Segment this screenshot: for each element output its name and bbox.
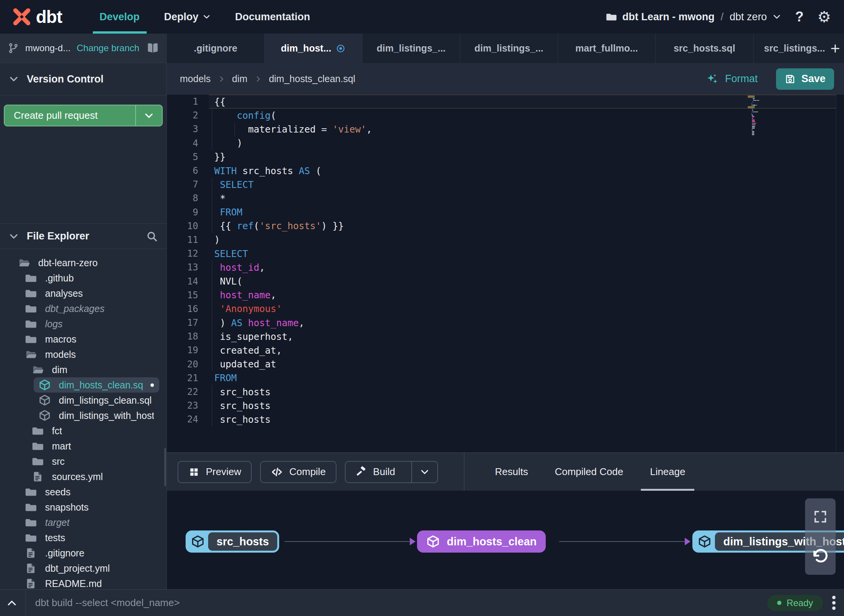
code-line[interactable]: host_id, bbox=[209, 260, 836, 274]
tree-folder-dbt_packages[interactable]: dbt_packages bbox=[0, 301, 167, 316]
format-button[interactable]: Format bbox=[702, 73, 762, 86]
compile-button[interactable]: Compile bbox=[260, 461, 336, 483]
nav-documentation[interactable]: Documentation bbox=[223, 0, 323, 34]
tree-folder-logs[interactable]: logs bbox=[0, 316, 167, 331]
code-line[interactable]: ) AS host_name, bbox=[209, 316, 836, 330]
line-number: 18 bbox=[167, 330, 209, 343]
tree-folder-seeds[interactable]: seeds bbox=[0, 484, 167, 500]
code-line[interactable]: host_name, bbox=[209, 288, 836, 302]
result-panel-toolbar: Preview Compile Build Results Compiled C… bbox=[167, 453, 844, 491]
refresh-icon[interactable] bbox=[811, 547, 829, 566]
tree-folder-target[interactable]: target bbox=[0, 515, 167, 530]
project-selector[interactable]: dbt Learn - mwong / dbt zero bbox=[606, 11, 782, 23]
lineage-arrowhead bbox=[410, 538, 416, 545]
create-pull-request-button[interactable]: Create pull request bbox=[4, 105, 163, 126]
breadcrumb-item[interactable]: models bbox=[180, 73, 211, 84]
gear-icon[interactable]: ⚙ bbox=[817, 9, 831, 24]
code-line[interactable]: materialized = 'view', bbox=[209, 122, 836, 136]
lineage-node-dim-hosts-clean[interactable]: dim_hosts_clean bbox=[417, 530, 546, 553]
tree-file-sources.yml[interactable]: sources.yml bbox=[0, 469, 167, 484]
new-tab-button[interactable] bbox=[826, 34, 844, 63]
code-line[interactable]: 'Anonymous' bbox=[209, 302, 836, 316]
tab-compiled-code[interactable]: Compiled Code bbox=[544, 453, 634, 491]
chevron-up-icon[interactable] bbox=[6, 597, 18, 609]
search-icon[interactable] bbox=[146, 230, 158, 243]
dbt-logo[interactable]: dbt bbox=[0, 6, 72, 27]
version-control-header[interactable]: Version Control bbox=[0, 63, 167, 95]
code-line[interactable]: {{ ref('src_hosts') }} bbox=[209, 219, 836, 233]
tree-folder-tests[interactable]: tests bbox=[0, 530, 167, 545]
tab-results[interactable]: Results bbox=[484, 453, 539, 491]
code-line[interactable]: src_hosts bbox=[209, 385, 836, 399]
build-button[interactable]: Build bbox=[345, 461, 438, 483]
tree-file-dim_hosts_clean.sql[interactable]: dim_hosts_clean.sql bbox=[0, 377, 167, 393]
tree-file-README.md[interactable]: README.md bbox=[0, 576, 167, 589]
code-line[interactable]: FROM bbox=[209, 371, 836, 385]
lineage-node-src-hosts[interactable]: src_hosts bbox=[186, 530, 279, 553]
build-dropdown-button[interactable] bbox=[411, 462, 437, 482]
tree-item-label: logs bbox=[45, 319, 63, 330]
tree-file-.gitignore[interactable]: .gitignore bbox=[0, 545, 167, 561]
tree-file-dbt_project.yml[interactable]: dbt_project.yml bbox=[0, 561, 167, 576]
tree-folder-models[interactable]: models bbox=[0, 347, 167, 362]
tree-folder-mart[interactable]: mart bbox=[0, 438, 167, 454]
command-input[interactable]: dbt build --select <model_name> bbox=[35, 597, 180, 609]
code-line[interactable]: SELECT bbox=[209, 178, 836, 191]
file-tab-0[interactable]: .gitignore bbox=[167, 34, 265, 63]
code-line[interactable]: SELECT bbox=[209, 247, 836, 260]
preview-button[interactable]: Preview bbox=[178, 461, 252, 483]
code-line[interactable]: * bbox=[209, 191, 836, 205]
change-branch-link[interactable]: Change branch bbox=[77, 43, 139, 53]
file-tab-5[interactable]: src_hosts.sql bbox=[656, 34, 753, 63]
code-editor[interactable]: 123456789101112131415161718192021222324 … bbox=[167, 95, 844, 453]
code-line[interactable]: config( bbox=[209, 108, 836, 122]
nav-develop[interactable]: Develop bbox=[87, 0, 152, 34]
book-icon[interactable] bbox=[146, 42, 159, 55]
code-line[interactable]: }} bbox=[209, 150, 836, 164]
overflow-menu-button[interactable] bbox=[832, 596, 836, 610]
save-button[interactable]: Save bbox=[776, 68, 834, 90]
tree-folder-analyses[interactable]: analyses bbox=[0, 286, 167, 301]
code-line[interactable]: created_at, bbox=[209, 343, 836, 357]
code-line[interactable]: NVL( bbox=[209, 274, 836, 288]
line-number: 24 bbox=[167, 412, 209, 426]
model-cube-icon bbox=[188, 535, 208, 548]
pr-dropdown-button[interactable] bbox=[135, 105, 162, 126]
file-tab-1[interactable]: dim_host... bbox=[265, 34, 362, 63]
code-line[interactable]: src_hosts bbox=[209, 399, 836, 412]
file-tab-4[interactable]: mart_fullmo... bbox=[558, 34, 656, 63]
tree-folder-dbt-learn-zero[interactable]: dbt-learn-zero bbox=[0, 255, 167, 270]
file-tab-2[interactable]: dim_listings_... bbox=[362, 34, 460, 63]
file-explorer-header[interactable]: File Explorer bbox=[0, 223, 167, 249]
code-line[interactable]: FROM bbox=[209, 205, 836, 219]
fullscreen-icon[interactable] bbox=[813, 509, 828, 524]
nav-deploy[interactable]: Deploy bbox=[152, 0, 223, 34]
file-tab-6[interactable]: src_listings... bbox=[753, 34, 826, 63]
tree-folder-dim[interactable]: dim bbox=[0, 362, 167, 377]
lineage-canvas[interactable]: src_hosts dim_hosts_clean dim_listings_w… bbox=[167, 491, 844, 589]
help-button[interactable]: ? bbox=[793, 9, 806, 25]
tree-file-dim_listings_with_hosts...[interactable]: dim_listings_with_hosts... bbox=[0, 408, 167, 423]
code-line[interactable]: updated_at bbox=[209, 357, 836, 371]
breadcrumb-item[interactable]: dim_hosts_clean.sql bbox=[269, 73, 356, 84]
code-line[interactable]: {{ bbox=[209, 95, 836, 108]
code-area[interactable]: {{ config( materialized = 'view', )}}WIT… bbox=[209, 95, 836, 427]
code-line[interactable]: ) bbox=[209, 233, 836, 247]
file-tab-3[interactable]: dim_listings_... bbox=[460, 34, 558, 63]
tree-folder-.github[interactable]: .github bbox=[0, 270, 167, 286]
code-line[interactable]: src_hosts bbox=[209, 412, 836, 426]
tree-folder-fct[interactable]: fct bbox=[0, 423, 167, 438]
tree-folder-macros[interactable]: macros bbox=[0, 331, 167, 347]
line-number: 22 bbox=[167, 385, 209, 399]
code-line[interactable]: is_superhost, bbox=[209, 330, 836, 343]
tree-folder-snapshots[interactable]: snapshots bbox=[0, 500, 167, 515]
tree-folder-src[interactable]: src bbox=[0, 454, 167, 469]
code-line[interactable]: WITH src_hosts AS ( bbox=[209, 164, 836, 178]
minimap[interactable] bbox=[752, 97, 778, 136]
tree-item-label: analyses bbox=[45, 288, 83, 299]
sidebar-scrollbar[interactable] bbox=[164, 448, 166, 486]
tab-lineage[interactable]: Lineage bbox=[639, 453, 696, 491]
tree-file-dim_listings_clean.sql[interactable]: dim_listings_clean.sql bbox=[0, 393, 167, 408]
breadcrumb-item[interactable]: dim bbox=[232, 73, 247, 84]
code-line[interactable]: ) bbox=[209, 136, 836, 150]
